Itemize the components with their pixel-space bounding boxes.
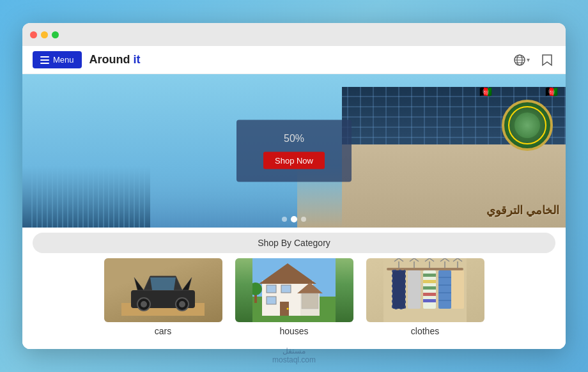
navbar: Menu Around it ▾ — [22, 46, 566, 74]
shop-now-button[interactable]: Shop Now — [263, 152, 325, 169]
svg-point-21 — [287, 308, 289, 310]
close-button[interactable] — [30, 31, 37, 38]
emblem-inner — [508, 106, 546, 144]
watermark: مستقل mostaql.com — [272, 346, 316, 364]
minimize-button[interactable] — [41, 31, 48, 38]
svg-rect-34 — [423, 274, 436, 277]
svg-point-8 — [141, 301, 147, 307]
language-button[interactable]: ▾ — [511, 52, 532, 68]
flag-left: 🇦🇫 — [479, 86, 492, 98]
globe-arrow: ▾ — [527, 56, 530, 63]
svg-rect-38 — [423, 299, 436, 302]
svg-rect-36 — [423, 286, 436, 290]
svg-rect-26 — [387, 268, 463, 270]
nav-icons: ▾ — [511, 51, 555, 69]
slider-dot-3[interactable] — [301, 217, 306, 222]
svg-rect-28 — [392, 270, 405, 309]
bookmark-icon — [541, 54, 553, 66]
brand-name: Around it — [89, 53, 504, 66]
menu-label: Menu — [53, 55, 74, 65]
car-svg — [121, 265, 205, 316]
svg-rect-19 — [267, 297, 276, 304]
car-visual — [104, 258, 222, 322]
watermark-line2: mostaql.com — [272, 355, 316, 364]
hero-banner: 🇦🇫 🇦🇫 الخامي الترقوي 50% Shop Now — [22, 74, 566, 228]
svg-rect-46 — [451, 270, 464, 309]
house-svg — [252, 258, 336, 322]
emblem — [502, 100, 553, 151]
browser-content: Menu Around it ▾ — [22, 46, 566, 349]
categories-header: Shop By Category — [33, 233, 555, 253]
house-visual — [235, 258, 353, 322]
svg-rect-37 — [423, 293, 436, 296]
maximize-button[interactable] — [52, 31, 59, 38]
category-cars-label: cars — [155, 326, 171, 336]
hamburger-icon — [40, 56, 49, 64]
svg-point-10 — [179, 301, 185, 307]
slider-dot-1[interactable] — [282, 217, 287, 222]
category-houses[interactable]: houses — [235, 258, 353, 336]
bookmark-button[interactable] — [539, 51, 555, 69]
browser-titlebar — [22, 23, 566, 46]
category-houses-image — [235, 258, 353, 322]
browser-window: Menu Around it ▾ — [22, 23, 566, 349]
promo-card: 50% Shop Now — [236, 120, 352, 182]
slider-dots — [282, 216, 306, 222]
category-clothes-label: clothes — [411, 326, 439, 336]
emblem-core — [514, 112, 540, 138]
category-houses-label: houses — [279, 326, 308, 336]
clothes-visual — [366, 258, 484, 322]
svg-rect-17 — [267, 285, 276, 293]
flag-right: 🇦🇫 — [545, 86, 558, 98]
svg-rect-18 — [281, 285, 291, 293]
svg-rect-40 — [438, 270, 451, 309]
categories-section: Shop By Category — [22, 228, 566, 349]
promo-percent: 50% — [247, 133, 341, 144]
svg-rect-35 — [423, 280, 436, 283]
svg-rect-31 — [408, 270, 421, 309]
menu-button[interactable]: Menu — [33, 51, 82, 68]
slider-dot-2[interactable] — [291, 216, 297, 222]
svg-rect-22 — [302, 293, 318, 309]
globe-icon — [514, 54, 525, 66]
arabic-text: الخامي الترقوي — [486, 203, 559, 217]
category-clothes[interactable]: clothes — [366, 258, 484, 336]
clothes-svg — [383, 258, 467, 322]
category-cars[interactable]: cars — [104, 258, 222, 336]
category-cars-image — [104, 258, 222, 322]
category-clothes-image — [366, 258, 484, 322]
categories-grid: cars — [22, 258, 566, 336]
